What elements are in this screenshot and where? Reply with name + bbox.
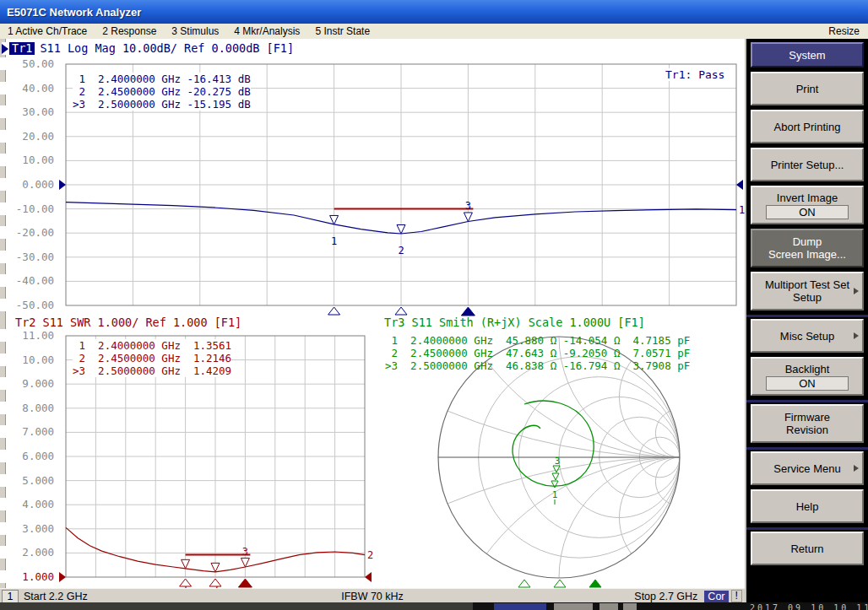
trace1-header[interactable]: Tr1 S11 Log Mag 10.00dB/ Ref 0.000dB [F1… xyxy=(2,42,294,55)
marker-stimulus-triangle xyxy=(589,580,601,587)
softkey-label: Service Menu xyxy=(773,462,840,475)
marker-number: 1 xyxy=(552,489,558,500)
softkey-service-menu[interactable]: Service Menu xyxy=(751,451,864,485)
y-axis-label: 0.000 xyxy=(0,178,54,191)
status-bar: 1 Start 2.2 GHz IFBW 70 kHz Stop 2.7 GHz… xyxy=(0,588,745,603)
trace-end-number: 1 xyxy=(739,204,745,216)
softkey-group-separator xyxy=(746,527,868,530)
analyzer-app: E5071C Network Analyzer 1 Active Ch/Trac… xyxy=(0,0,868,610)
softkey-group-separator xyxy=(746,400,868,402)
window-title: E5071C Network Analyzer xyxy=(0,6,141,19)
y-axis-label: 2.000 xyxy=(0,546,54,559)
softkey-dump-screen-image[interactable]: DumpScreen Image... xyxy=(751,229,864,267)
softkey-system[interactable]: System xyxy=(751,42,864,67)
softkey-group-separator xyxy=(746,447,868,450)
traces-plot-canvas: 1231123231 xyxy=(0,39,745,588)
softkey-label: Revision xyxy=(786,424,828,436)
softkey-misc-setup[interactable]: Misc Setup xyxy=(751,319,864,353)
trace1-label: Tr1 xyxy=(9,42,35,55)
y-axis-label: 9.000 xyxy=(0,377,54,390)
softkey-printer-setup[interactable]: Printer Setup... xyxy=(751,148,864,181)
ref-level-arrow-left xyxy=(59,572,66,582)
active-trace-arrow-icon xyxy=(2,44,8,54)
softkey-label: Misc Setup xyxy=(780,330,834,343)
taskbar-segment xyxy=(623,603,637,610)
y-axis-label: 50.00 xyxy=(0,57,54,70)
marker-number: 3 xyxy=(465,200,471,212)
trace3-header[interactable]: Tr3 S11 Smith (R+jX) Scale 1.000U [F1] xyxy=(384,316,645,329)
marker-symbol xyxy=(241,558,249,567)
softkey-group-separator xyxy=(746,315,868,317)
softkey-invert-image[interactable]: Invert ImageON xyxy=(751,186,864,224)
y-axis-label: 6.000 xyxy=(0,450,54,462)
softkey-label: Multiport Test Set xyxy=(765,278,849,291)
softkey-print[interactable]: Print xyxy=(751,72,864,105)
softkey-label: Abort Printing xyxy=(774,121,841,133)
y-axis-label: -30.00 xyxy=(0,251,54,263)
softkey-return[interactable]: Return xyxy=(751,532,864,565)
marker-stimulus-triangle xyxy=(461,307,475,316)
softkey-label: Setup xyxy=(793,291,822,304)
y-axis-label: -20.00 xyxy=(0,226,54,239)
instrument-screen: 1231123231 Tr1 S11 Log Mag 10.00dB/ Ref … xyxy=(0,39,745,588)
marker-stimulus-triangle xyxy=(328,307,340,315)
marker-symbol xyxy=(211,563,220,572)
y-axis-label: 5.000 xyxy=(0,474,54,487)
taskbar-segment xyxy=(494,603,546,610)
y-axis-label: 20.00 xyxy=(0,130,54,143)
marker-number: 1 xyxy=(331,235,337,247)
marker-symbol xyxy=(397,224,405,234)
softkey-label: Help xyxy=(796,500,819,513)
softkey-menu: SystemPrintAbort PrintingPrinter Setup..… xyxy=(745,39,868,602)
softkey-abort-printing[interactable]: Abort Printing xyxy=(751,110,864,143)
marker-symbol xyxy=(552,473,559,480)
marker-symbol xyxy=(330,215,339,224)
marker-stimulus-triangle xyxy=(395,307,407,315)
softkey-label: Invert Image xyxy=(777,192,838,204)
window-titlebar: E5071C Network Analyzer xyxy=(0,0,868,24)
y-axis-label: -10.00 xyxy=(0,202,54,215)
marker-number: 3 xyxy=(242,546,248,558)
softkey-firmware-revision[interactable]: FirmwareRevision xyxy=(751,404,864,443)
trace2-header[interactable]: Tr2 S11 SWR 1.000/ Ref 1.000 [F1] xyxy=(15,316,241,329)
marker-symbol xyxy=(464,213,472,222)
ref-level-arrow-left xyxy=(59,180,66,190)
menu-item-4[interactable]: 4 Mkr/Analysis xyxy=(226,25,307,37)
menu-item-1[interactable]: 1 Active Ch/Trace xyxy=(0,25,95,37)
taskbar-segment xyxy=(554,603,593,610)
softkey-label: Print xyxy=(796,83,819,95)
y-axis-label: 1.000 xyxy=(0,570,54,583)
trace2-marker-table: 1 2.4000000 GHz 1.3561 2 2.4500000 GHz 1… xyxy=(73,339,231,377)
trace1-marker-table: 1 2.4000000 GHz -16.413 dB 2 2.4500000 G… xyxy=(73,73,251,111)
y-axis-label: 11.00 xyxy=(0,329,54,342)
softkey-label: Screen Image... xyxy=(768,248,846,261)
trace3-smith-chart: 31 xyxy=(76,39,745,588)
menu-item-5[interactable]: 5 Instr State xyxy=(307,25,377,37)
marker-number: 3 xyxy=(555,456,561,467)
y-axis-label: 10.00 xyxy=(0,354,54,366)
marker-stimulus-triangle xyxy=(518,580,530,587)
menu-bar: 1 Active Ch/Trace2 Response3 Stimulus4 M… xyxy=(0,24,868,40)
trace3-marker-table: 1 2.4000000 GHz 45.880 Ω -14.054 Ω 4.718… xyxy=(385,334,690,372)
softkey-backlight[interactable]: BacklightON xyxy=(751,357,864,396)
y-axis-label: -40.00 xyxy=(0,274,54,287)
taskbar-datetime: 2017 09 10 10 11 xyxy=(750,603,868,610)
trace1-format: S11 Log Mag 10.00dB/ Ref 0.000dB [F1] xyxy=(40,42,294,55)
softkey-help[interactable]: Help xyxy=(751,489,864,523)
softkey-label: Return xyxy=(790,543,823,555)
marker-stimulus-triangle xyxy=(209,579,221,586)
taskbar-strip: 2017 09 10 10 11 xyxy=(0,602,868,610)
softkey-toggle-state: ON xyxy=(766,205,849,219)
softkey-toggle-state: ON xyxy=(766,376,849,391)
menu-item-resize[interactable]: Resize xyxy=(821,25,868,37)
marker-stimulus-triangle xyxy=(238,579,252,587)
marker-number: 2 xyxy=(398,245,404,256)
menu-item-2[interactable]: 2 Response xyxy=(95,25,164,37)
softkey-multiport-test-set-setup[interactable]: Multiport Test SetSetup xyxy=(751,272,864,310)
softkey-label: Backlight xyxy=(785,363,830,375)
taskbar-segment xyxy=(599,603,618,610)
menu-item-3[interactable]: 3 Stimulus xyxy=(164,25,226,37)
ref-level-arrow-right xyxy=(736,180,743,190)
y-axis-label: 40.00 xyxy=(0,82,54,94)
softkey-label: Printer Setup... xyxy=(771,159,844,171)
